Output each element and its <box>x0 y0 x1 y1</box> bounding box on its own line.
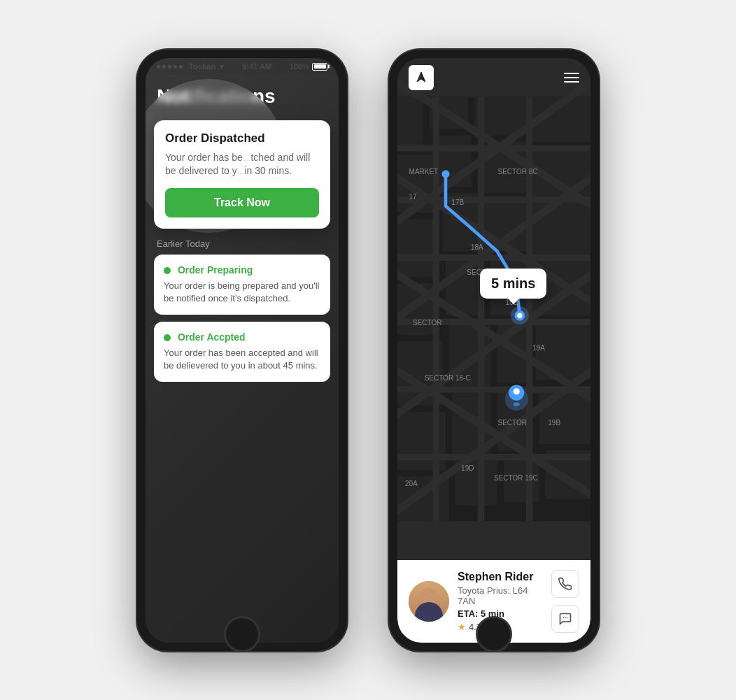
hamburger-line-1 <box>564 73 579 74</box>
map-label-17: 17 <box>409 193 417 201</box>
eta-text: 5 mins <box>491 276 535 291</box>
map-svg <box>397 58 590 560</box>
battery-fill <box>314 64 326 69</box>
map-label-sector2: SECTOR <box>498 419 528 427</box>
driver-avatar-img <box>409 581 449 622</box>
map-label-20a: 20A <box>405 480 418 487</box>
track-now-button[interactable]: Track Now <box>165 188 319 217</box>
notif-2-title: Order Accpted <box>164 331 320 343</box>
phone-tracking: MARKET 17 17B SECTOR 8C 18A SECTOR 18A 1… <box>389 50 599 651</box>
svg-rect-1 <box>397 97 423 148</box>
map-label-19b: 19B <box>548 419 560 427</box>
star-icon: ★ <box>458 622 466 632</box>
svg-point-52 <box>514 402 520 406</box>
page-container: Tookan ▾ 9:41 AM 100% Notifications <box>0 0 736 700</box>
map-area: MARKET 17 17B SECTOR 8C 18A SECTOR 18A 1… <box>397 58 590 560</box>
home-button-1[interactable] <box>224 616 260 652</box>
map-label-sector18c: SECTOR 18-C <box>425 374 471 382</box>
phone1-screen: Tookan ▾ 9:41 AM 100% Notifications <box>146 58 339 643</box>
eta-bubble: 5 mins <box>480 269 546 299</box>
earlier-today-label: Earlier Today <box>146 229 339 255</box>
notif-1-body: Your order is being prepared and you'll … <box>164 280 320 305</box>
call-button[interactable] <box>551 570 579 598</box>
notification-item-2: Order Accpted Your order has been accept… <box>154 322 330 382</box>
notif-2-body: Your order has been accepted and will be… <box>164 347 320 372</box>
message-button[interactable] <box>551 605 579 633</box>
hamburger-menu[interactable] <box>564 73 579 83</box>
hamburger-line-3 <box>564 81 579 83</box>
svg-rect-9 <box>397 219 436 277</box>
phone2-screen: MARKET 17 17B SECTOR 8C 18A SECTOR 18A 1… <box>397 58 590 643</box>
order-dispatched-card: Order Dispatched Your order has be...tch… <box>154 120 330 229</box>
hamburger-line-2 <box>564 77 579 78</box>
phone1-background: Tookan ▾ 9:41 AM 100% Notifications <box>146 58 339 643</box>
home-button-2[interactable] <box>476 616 512 652</box>
driver-actions <box>551 570 579 633</box>
svg-point-49 <box>517 313 522 317</box>
driver-avatar <box>409 581 449 622</box>
app-logo <box>409 65 434 90</box>
map-label-19d: 19D <box>461 464 474 472</box>
phone2-content: MARKET 17 17B SECTOR 8C 18A SECTOR 18A 1… <box>397 58 590 643</box>
map-header <box>397 58 590 97</box>
map-label-17b: 17B <box>451 199 464 206</box>
svg-point-53 <box>514 388 520 394</box>
map-label-19a: 19A <box>532 344 545 352</box>
avatar-body <box>415 602 443 622</box>
map-label-sector19c: SECTOR 19C <box>494 474 538 482</box>
notif-dot-2 <box>164 334 171 341</box>
phone-notifications: Tookan ▾ 9:41 AM 100% Notifications <box>137 50 347 651</box>
svg-point-46 <box>441 170 449 178</box>
dispatched-body: Your order has be...tched and willbe del… <box>165 151 319 178</box>
notif-dot-1 <box>164 267 171 274</box>
map-label-18a: 18A <box>471 243 483 251</box>
driver-name: Stephen Rider <box>458 571 543 583</box>
driver-car: Toyota Prius: L64 7AN <box>458 585 543 606</box>
dispatched-title: Order Dispatched <box>165 131 319 145</box>
notif-1-title: Order Preparing <box>164 264 320 276</box>
notification-item-1: Order Preparing Your order is being prep… <box>154 255 330 315</box>
map-label-market: MARKET <box>409 168 439 176</box>
battery-icon <box>312 63 327 71</box>
map-label-sector8c: SECTOR 8C <box>498 168 538 176</box>
map-label-sector: SECTOR <box>413 319 442 327</box>
